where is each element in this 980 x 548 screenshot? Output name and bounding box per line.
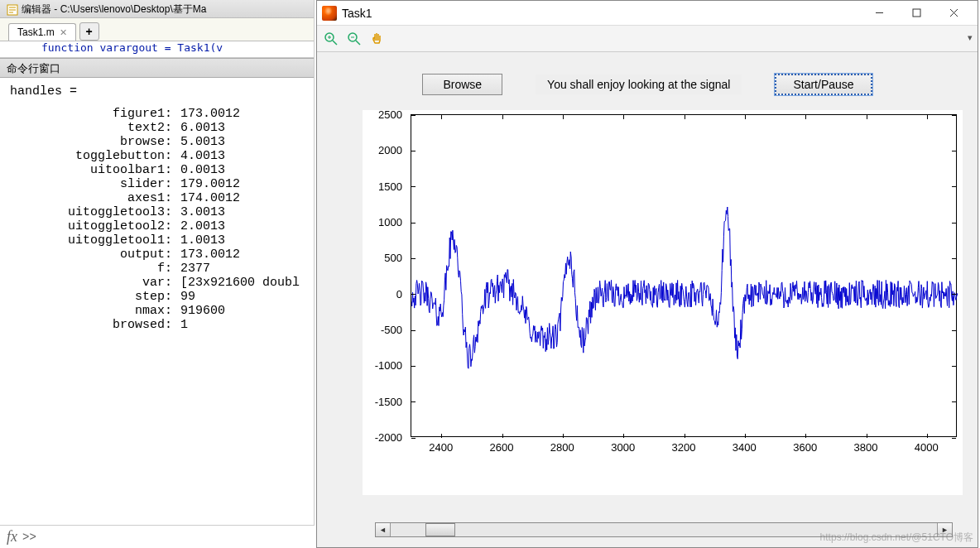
pan-icon[interactable] [368,30,387,48]
close-button[interactable] [935,2,973,25]
prompt-chevrons: >> [22,531,36,544]
fx-prompt-bar[interactable]: fx>> [0,525,315,548]
struct-field: var:[23x921600 doubl [10,276,304,290]
struct-field: uitoolbar1:0.0013 [10,163,304,177]
struct-field: axes1:174.0012 [10,191,304,205]
axes-box [411,114,957,437]
figure-canvas: Browse You shall enjoy looking at the si… [317,52,978,547]
editor-icon [7,3,18,15]
editor-titlebar: 编辑器 - C:\Users\lenovo\Desktop\基于Ma [0,0,314,18]
matlab-icon [322,6,337,21]
start-pause-button[interactable]: Start/Pause [775,74,872,95]
plot-axes[interactable]: -2000-1500-1000-50005001000150020002500 … [363,110,963,495]
editor-title-text: 编辑器 - C:\Users\lenovo\Desktop\基于Ma [22,0,206,18]
figure-window: Task1 ▾ Browse You shall enjoy looking a… [316,0,978,548]
struct-field: figure1:173.0012 [10,107,304,121]
figure-title: Task1 [342,7,861,20]
code-line[interactable]: function varargout = Task1(v [0,41,314,58]
output-varname: handles = [10,84,304,99]
struct-field: browsed:1 [10,318,304,332]
zoom-in-icon[interactable] [322,30,340,48]
slider-thumb[interactable] [425,523,455,536]
toolbar-more-icon[interactable]: ▾ [968,32,973,43]
zoom-out-icon[interactable] [345,30,363,48]
browse-button[interactable]: Browse [422,74,502,95]
struct-field: uitoggletool1:1.0013 [10,233,304,248]
editor-tab-task1[interactable]: Task1.m ✕ [8,23,76,41]
figure-toolbar: ▾ [317,26,978,52]
close-icon[interactable]: ✕ [60,27,67,38]
struct-field: output:173.0012 [10,248,304,262]
struct-field: text2:6.0013 [10,121,304,135]
struct-field: browse:5.0013 [10,135,304,149]
struct-field: uitoggletool2:2.0013 [10,219,304,233]
slider-left-button[interactable]: ◄ [376,523,391,536]
struct-field: uitoggletool3:3.0013 [10,205,304,219]
new-tab-button[interactable]: + [79,22,99,41]
command-window-title: 命令行窗口 [0,58,314,78]
struct-field: step:99 [10,290,304,304]
command-window[interactable]: handles = figure1:173.0012text2:6.0013br… [0,78,314,525]
status-message: You shall enjoy looking at the signal [536,75,742,94]
struct-field: togglebutton:4.0013 [10,149,304,163]
figure-titlebar[interactable]: Task1 [317,1,978,26]
tab-label: Task1.m [17,26,55,38]
editor-panel: 编辑器 - C:\Users\lenovo\Desktop\基于Ma Task1… [0,0,315,548]
minimize-button[interactable] [861,2,898,25]
svg-rect-1 [913,9,920,17]
watermark: https://blog.csdn.net/@51CTO博客 [820,531,973,545]
struct-field: f:2377 [10,262,304,276]
struct-field: nmax:919600 [10,304,304,318]
maximize-button[interactable] [898,2,935,25]
struct-field: slider:179.0012 [10,177,304,191]
editor-tabs: Task1.m ✕ + [0,18,314,41]
